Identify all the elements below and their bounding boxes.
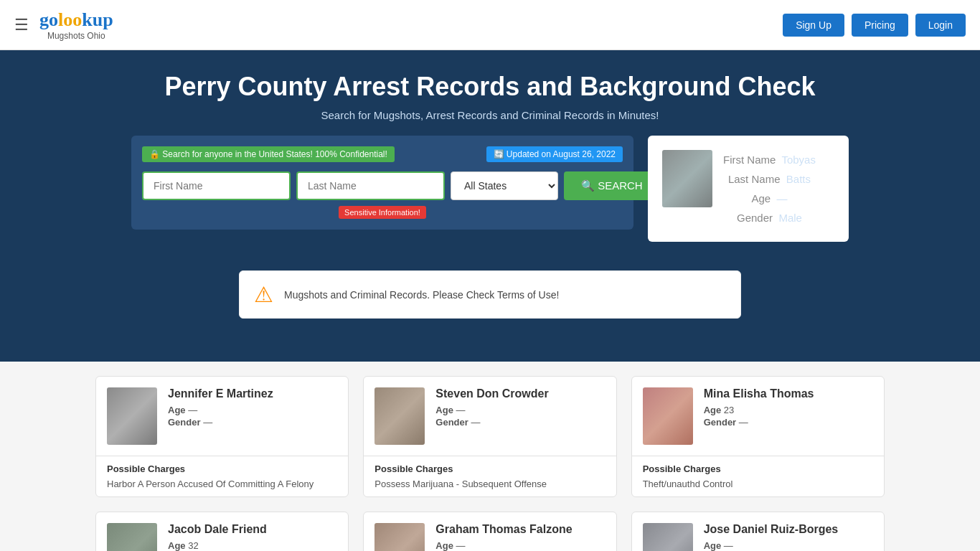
hero-section: Perry County Arrest Records and Backgrou…: [0, 50, 980, 362]
search-button[interactable]: 🔍 SEARCH: [564, 171, 660, 200]
person-card-jennifer[interactable]: Jennifer E Martinez Age — Gender — Possi…: [95, 376, 349, 497]
charges-section: Possible Charges Harbor A Person Accused…: [96, 456, 348, 496]
person-info: Jennifer E Martinez Age — Gender —: [168, 387, 273, 429]
person-card-top: Graham Thomas Falzone Age —: [364, 512, 616, 551]
first-name-label: First Name: [723, 154, 776, 166]
charges-section: Possible Charges Possess Marijuana - Sub…: [364, 456, 616, 496]
person-name: Jacob Dale Friend: [168, 523, 267, 536]
warning-banner: ⚠ Mugshots and Criminal Records. Please …: [239, 270, 741, 319]
profile-info: First Name Tobyas Last Name Batts Age — …: [723, 150, 816, 227]
person-card-top: Jacob Dale Friend Age 32: [96, 512, 348, 551]
last-name-value: Batts: [786, 173, 811, 185]
header: ☰ golookup Mugshots Ohio Sign Up Pricing…: [0, 0, 980, 50]
search-container: 🔒 Search for anyone in the United States…: [14, 121, 966, 256]
age-value: —: [777, 192, 788, 204]
person-gender: Gender —: [435, 417, 548, 428]
age-label: Age: [751, 192, 771, 204]
notices-row: 🔒 Search for anyone in the United States…: [142, 146, 623, 166]
profile-photo: [662, 150, 712, 207]
profile-gender: Gender Male: [723, 208, 816, 227]
person-card-top: Jose Daniel Ruiz-Borges Age —: [632, 512, 884, 551]
person-card-top: Mina Elisha Thomas Age 23 Gender —: [632, 377, 884, 456]
person-info: Mina Elisha Thomas Age 23 Gender —: [704, 387, 814, 429]
updated-notice: 🔄 Updated on August 26, 2022: [486, 146, 623, 162]
person-name: Mina Elisha Thomas: [704, 387, 814, 400]
pricing-button[interactable]: Pricing: [852, 14, 908, 37]
profile-first-name: First Name Tobyas: [723, 150, 816, 169]
profile-age: Age —: [723, 189, 816, 208]
first-name-value: Tobyas: [781, 154, 816, 166]
header-right: Sign Up Pricing Login: [783, 14, 966, 37]
person-age: Age 32: [168, 540, 267, 551]
person-name: Jennifer E Martinez: [168, 387, 273, 400]
page-title: Perry County Arrest Records and Backgrou…: [14, 72, 966, 102]
person-photo: [643, 387, 693, 445]
person-age: Age —: [435, 540, 572, 551]
listings-grid: Jennifer E Martinez Age — Gender — Possi…: [95, 376, 885, 551]
last-name-label: Last Name: [728, 173, 781, 185]
person-card-jacob[interactable]: Jacob Dale Friend Age 32: [95, 512, 349, 551]
signup-button[interactable]: Sign Up: [783, 14, 844, 37]
person-name: Jose Daniel Ruiz-Borges: [704, 523, 839, 536]
person-info: Steven Don Crowder Age — Gender —: [435, 387, 548, 429]
charges-text: Harbor A Person Accused Of Committing A …: [107, 479, 337, 489]
logo-kup: kup: [82, 9, 113, 30]
logo[interactable]: golookup: [39, 9, 113, 31]
warning-text: Mugshots and Criminal Records. Please Ch…: [284, 289, 559, 301]
person-name: Graham Thomas Falzone: [435, 523, 572, 536]
person-card-steven[interactable]: Steven Don Crowder Age — Gender — Possib…: [363, 376, 616, 497]
listings-section: Jennifer E Martinez Age — Gender — Possi…: [0, 362, 980, 551]
warning-icon: ⚠: [254, 282, 273, 307]
person-photo: [643, 523, 693, 551]
person-info: Graham Thomas Falzone Age —: [435, 523, 572, 551]
person-card-mina[interactable]: Mina Elisha Thomas Age 23 Gender — Possi…: [631, 376, 885, 497]
login-button[interactable]: Login: [915, 14, 966, 37]
person-info: Jacob Dale Friend Age 32: [168, 523, 267, 551]
confidential-notice: 🔒 Search for anyone in the United States…: [142, 146, 395, 162]
state-select[interactable]: All States AlabamaAlaskaArizonaArkansas …: [451, 171, 558, 200]
gender-value: Male: [778, 212, 802, 224]
logo-go: go: [39, 9, 58, 30]
person-card-graham[interactable]: Graham Thomas Falzone Age —: [363, 512, 616, 551]
person-card-jose[interactable]: Jose Daniel Ruiz-Borges Age —: [631, 512, 885, 551]
person-age: Age —: [704, 540, 839, 551]
charges-section: Possible Charges Theft/unauthd Control: [632, 456, 884, 496]
person-name: Steven Don Crowder: [435, 387, 548, 400]
sensitive-badge: Sensitive Information!: [339, 206, 426, 219]
person-gender: Gender —: [168, 417, 273, 428]
first-name-input[interactable]: [142, 171, 291, 200]
person-photo: [107, 387, 157, 445]
person-card-top: Jennifer E Martinez Age — Gender —: [96, 377, 348, 456]
search-row: All States AlabamaAlaskaArizonaArkansas …: [142, 171, 623, 200]
last-name-input[interactable]: [296, 171, 445, 200]
charges-title: Possible Charges: [107, 463, 337, 474]
person-gender: Gender —: [704, 417, 814, 428]
logo-area: golookup Mugshots Ohio: [39, 9, 113, 41]
person-photo: [107, 523, 157, 551]
person-age: Age —: [435, 405, 548, 415]
hero-subtitle: Search for Mugshots, Arrest Records and …: [14, 109, 966, 121]
person-age: Age —: [168, 405, 273, 415]
search-box: 🔒 Search for anyone in the United States…: [131, 136, 633, 230]
gender-label: Gender: [737, 212, 773, 224]
person-age: Age 23: [704, 405, 814, 415]
profile-last-name: Last Name Batts: [723, 169, 816, 189]
charges-text: Possess Marijuana - Subsequent Offense: [374, 479, 605, 489]
profile-card: First Name Tobyas Last Name Batts Age — …: [648, 136, 849, 242]
charges-text: Theft/unauthd Control: [643, 479, 873, 489]
logo-subtitle: Mugshots Ohio: [39, 31, 113, 41]
logo-oo: loo: [58, 9, 82, 30]
header-left: ☰ golookup Mugshots Ohio: [14, 9, 113, 41]
charges-title: Possible Charges: [643, 463, 873, 474]
person-info: Jose Daniel Ruiz-Borges Age —: [704, 523, 839, 551]
charges-title: Possible Charges: [374, 463, 605, 474]
person-photo: [374, 523, 425, 551]
person-card-top: Steven Don Crowder Age — Gender —: [364, 377, 616, 456]
hamburger-icon[interactable]: ☰: [14, 16, 29, 34]
person-photo: [374, 387, 425, 445]
